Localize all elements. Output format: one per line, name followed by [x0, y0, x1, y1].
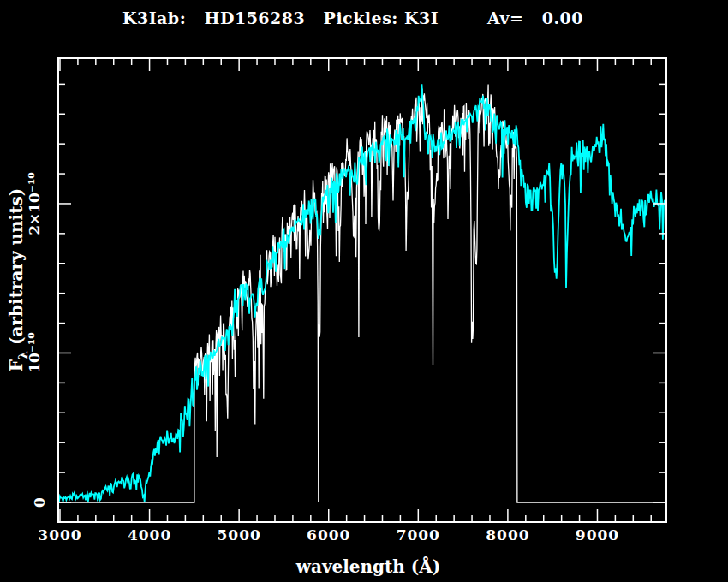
x-axis-tick-label: 7000 [397, 526, 440, 543]
x-axis-tick-label: 6000 [307, 526, 350, 543]
y-axis-tick-label: 0 [31, 497, 48, 508]
x-axis-tick-label: 4000 [128, 526, 171, 543]
x-axis-tick-label: 5000 [217, 526, 260, 543]
plot-box-border [58, 58, 666, 522]
y-axis-tick-label: 2×10⁻¹⁰ [26, 172, 43, 235]
x-axis-title: wavelength (Å) [296, 556, 441, 577]
x-axis-tick-label: 3000 [38, 526, 81, 543]
axis-ticks [59, 59, 665, 521]
spectrum-plot-window: K3Iab: HD156283 Pickles: K3I Av= 0.00 wa… [0, 0, 728, 582]
y-axis-title-units: (arbitrary units) [6, 188, 27, 351]
spectrum-plot [0, 0, 728, 582]
spectrum-curves [58, 84, 666, 502]
x-axis-tick-label: 9000 [576, 526, 619, 543]
y-axis-tick-label: 10⁻¹⁰ [26, 333, 43, 374]
x-axis-tick-label: 8000 [486, 526, 529, 543]
y-axis-title-symbol: F [6, 359, 27, 371]
